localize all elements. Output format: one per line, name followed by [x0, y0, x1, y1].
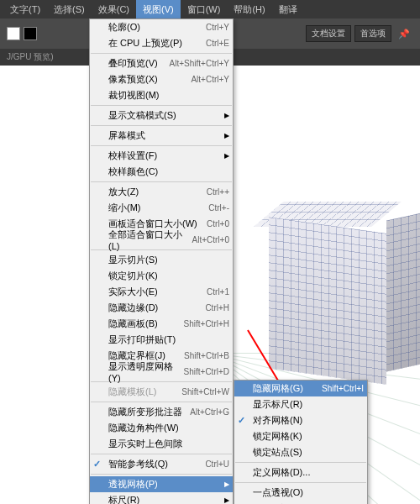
prefs-button[interactable]: 首选项	[354, 25, 391, 42]
menu-item-label: 定义网格(D)...	[253, 466, 364, 479]
view-menu-item-5[interactable]: 裁切视图(M)	[90, 87, 233, 103]
menu-item-label: 隐藏所变形批注器	[108, 406, 190, 418]
shortcut-label: Ctrl+E	[206, 39, 229, 48]
persp-submenu-item-2[interactable]: ✓对齐网格(N)	[234, 412, 367, 428]
menu-item-label: 轮廓(O)	[108, 21, 206, 34]
persp-submenu-item-6[interactable]: 定义网格(D)...	[234, 465, 367, 480]
stroke-swatch[interactable]	[24, 27, 37, 40]
menu-item-label: 一点透视(O)	[253, 486, 364, 499]
view-menu-item-30[interactable]: 隐藏所变形批注器Alt+Ctrl+G	[90, 404, 233, 420]
menu-item-label: 校样设置(F)	[108, 150, 229, 162]
view-menu-item-0[interactable]: 轮廓(O)Ctrl+Y	[90, 19, 233, 35]
menu-item-label: 显示切片(S)	[108, 254, 229, 266]
view-menu-item-23[interactable]: 隐藏画板(B)Shift+Ctrl+H	[90, 316, 233, 332]
view-menu-separator	[91, 474, 232, 475]
shortcut-label: Alt+Shift+Ctrl+Y	[170, 59, 229, 68]
shortcut-label: Ctrl++	[207, 187, 229, 197]
view-menu-item-19[interactable]: 显示切片(S)	[90, 252, 233, 268]
shortcut-label: Shift+Ctrl+W	[181, 387, 229, 396]
menu-item-label: 全部适合窗口大小(L)	[108, 228, 192, 251]
view-menu-item-20[interactable]: 锁定切片(K)	[90, 268, 233, 284]
menu-item-label: 裁切视图(M)	[108, 89, 229, 102]
chevron-right-icon: ▶	[224, 112, 229, 119]
perspective-grid-submenu: 隐藏网格(G)Shift+Ctrl+I显示标尺(R)✓对齐网格(N)锁定网格(K…	[234, 380, 368, 504]
check-icon: ✓	[93, 459, 101, 470]
view-menu-item-4[interactable]: 像素预览(X)Alt+Ctrl+Y	[90, 71, 233, 87]
view-menu-item-3[interactable]: 叠印预览(V)Alt+Shift+Ctrl+Y	[90, 55, 233, 71]
view-menu-item-37[interactable]: 标尺(R)▶	[90, 492, 233, 504]
view-menu-item-12[interactable]: 校样颜色(C)	[90, 164, 233, 180]
menu-item-label: 显示透明度网格(Y)	[108, 360, 184, 383]
persp-submenu-item-8[interactable]: 一点透视(O)	[234, 485, 367, 501]
shortcut-label: Ctrl+U	[205, 459, 229, 469]
topmenu-文字(T)[interactable]: 文字(T)	[3, 0, 47, 18]
menu-item-label: 叠印预览(V)	[108, 57, 170, 70]
chevron-right-icon: ▶	[224, 496, 229, 504]
menu-item-label: 锁定网格(K)	[253, 430, 364, 443]
view-menu-item-17[interactable]: 全部适合窗口大小(L)Alt+Ctrl+0	[90, 232, 233, 248]
view-menu-separator	[91, 105, 232, 106]
view-menu-item-31[interactable]: 隐藏边角构件(W)	[90, 420, 233, 436]
persp-submenu-item-4[interactable]: 锁定站点(S)	[234, 444, 367, 460]
view-menu-separator	[91, 454, 232, 454]
topmenu-选择(S)[interactable]: 选择(S)	[47, 0, 92, 18]
topmenu-效果(C)[interactable]: 效果(C)	[92, 0, 136, 18]
topmenu-视图(V)[interactable]: 视图(V)	[136, 0, 181, 18]
persp-submenu-separator	[235, 462, 366, 463]
shortcut-label: Shift+Ctrl+D	[184, 367, 229, 376]
view-menu-item-34[interactable]: ✓智能参考线(Q)Ctrl+U	[90, 456, 233, 472]
menu-item-label: 锁定站点(S)	[253, 446, 364, 459]
shortcut-label: Ctrl+H	[205, 303, 229, 312]
view-menu-item-22[interactable]: 隐藏边缘(D)Ctrl+H	[90, 300, 233, 316]
view-menu-separator	[91, 125, 232, 126]
view-menu-item-26[interactable]: 显示透明度网格(Y)Shift+Ctrl+D	[90, 364, 233, 380]
view-menu-item-9[interactable]: 屏幕模式▶	[90, 128, 233, 144]
shortcut-label: Ctrl+-	[208, 203, 229, 213]
view-menu-item-14[interactable]: 放大(Z)Ctrl++	[90, 184, 233, 200]
topmenu-窗口(W)[interactable]: 窗口(W)	[181, 0, 228, 18]
shortcut-label: Alt+Ctrl+Y	[191, 75, 229, 84]
menu-item-label: 隐藏画板(B)	[108, 318, 184, 330]
shortcut-label: Shift+Ctrl+I	[322, 384, 364, 393]
chevron-right-icon: ▶	[224, 480, 229, 488]
view-menu-item-7[interactable]: 显示文稿模式(S)▶	[90, 108, 233, 123]
persp-submenu-separator	[235, 482, 366, 483]
perspective-building	[252, 208, 420, 393]
menu-item-label: 缩小(M)	[108, 202, 208, 214]
view-menu-dropdown: 轮廓(O)Ctrl+Y在 CPU 上预览(P)Ctrl+E叠印预览(V)Alt+…	[89, 18, 234, 504]
view-menu-item-28: 隐藏模板(L)Shift+Ctrl+W	[90, 384, 233, 400]
topmenu-翻译[interactable]: 翻译	[272, 0, 304, 18]
menu-item-label: 隐藏边角构件(W)	[108, 422, 229, 434]
menu-item-label: 隐藏网格(G)	[253, 382, 322, 395]
menu-item-label: 在 CPU 上预览(P)	[108, 37, 206, 50]
view-menu-separator	[91, 181, 232, 182]
view-menu-item-32[interactable]: 显示实时上色间隙	[90, 436, 233, 452]
view-menu-separator	[91, 402, 232, 402]
shortcut-label: Ctrl+1	[207, 287, 229, 297]
view-menu-item-1[interactable]: 在 CPU 上预览(P)Ctrl+E	[90, 35, 233, 51]
shortcut-label: Alt+Ctrl+G	[190, 407, 229, 417]
persp-submenu-item-9[interactable]: 两点透视(T)	[234, 501, 367, 504]
menu-item-label: 显示标尺(R)	[253, 398, 364, 411]
view-menu-item-21[interactable]: 实际大小(E)Ctrl+1	[90, 284, 233, 300]
pin-icon[interactable]: 📌	[395, 27, 413, 41]
persp-submenu-item-1[interactable]: 显示标尺(R)	[234, 396, 367, 412]
menu-item-label: 校样颜色(C)	[108, 165, 229, 178]
topmenu-帮助(H)[interactable]: 帮助(H)	[227, 0, 271, 18]
view-menu-item-36[interactable]: 透视网格(P)▶	[90, 476, 233, 492]
persp-submenu-item-0[interactable]: 隐藏网格(G)Shift+Ctrl+I	[234, 381, 367, 396]
menu-item-label: 对齐网格(N)	[253, 414, 364, 427]
menu-item-label: 实际大小(E)	[108, 286, 207, 298]
menu-item-label: 标尺(R)	[108, 494, 229, 504]
menu-item-label: 隐藏边缘(D)	[108, 302, 205, 314]
view-menu-item-11[interactable]: 校样设置(F)▶	[90, 148, 233, 164]
shortcut-label: Ctrl+0	[207, 219, 229, 228]
view-menu-separator	[91, 145, 232, 146]
view-menu-item-15[interactable]: 缩小(M)Ctrl+-	[90, 200, 233, 216]
shortcut-label: Shift+Ctrl+B	[184, 351, 229, 360]
view-menu-item-24[interactable]: 显示打印拼贴(T)	[90, 332, 233, 348]
menu-item-label: 锁定切片(K)	[108, 270, 229, 282]
persp-submenu-item-3[interactable]: 锁定网格(K)	[234, 428, 367, 444]
fill-swatch[interactable]	[7, 27, 20, 40]
doc-setup-button[interactable]: 文档设置	[306, 25, 351, 42]
